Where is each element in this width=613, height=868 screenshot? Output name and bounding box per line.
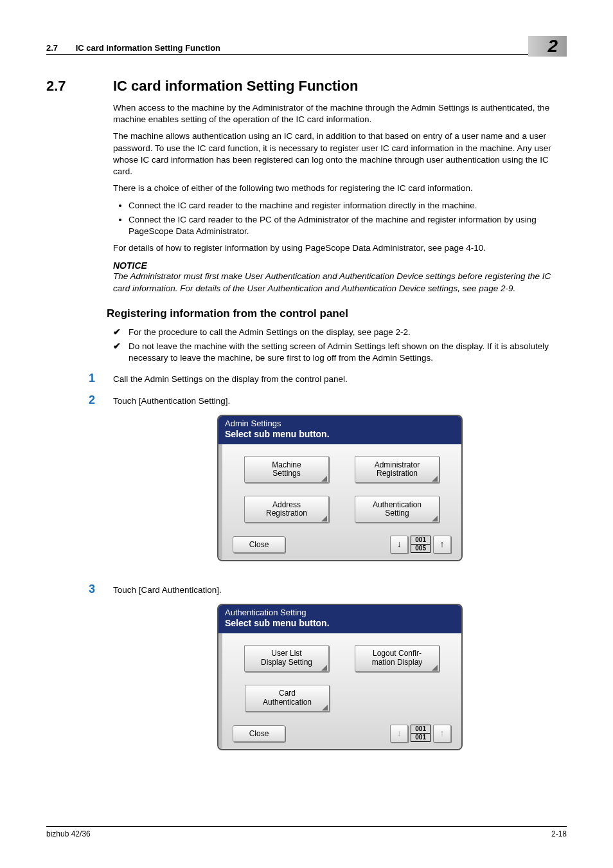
authentication-setting-panel: Authentication Setting Select sub menu b… (217, 604, 463, 750)
page-total: 001 (411, 734, 430, 741)
submenu-corner-icon (432, 476, 438, 482)
pager: ↓ 001 005 ↑ (390, 536, 451, 554)
administrator-registration-button[interactable]: Administrator Registration (355, 456, 440, 483)
admin-settings-panel: Admin Settings Select sub menu button. M… (217, 415, 463, 561)
running-header-left: 2.7 IC card information Setting Function (46, 43, 220, 53)
prereq-1: For the procedure to call the Admin Sett… (129, 327, 411, 338)
prereq-2: Do not leave the machine with the settin… (129, 341, 567, 364)
step-1-text: Call the Admin Settings on the display f… (113, 374, 567, 385)
address-registration-button[interactable]: Address Registration (244, 496, 329, 523)
page-total: 005 (411, 545, 430, 552)
arrow-up-icon: ↑ (440, 727, 445, 739)
page-counter: 001 001 (411, 725, 431, 742)
notice-body: The Administrator must first make User A… (113, 271, 567, 294)
submenu-corner-icon (322, 705, 328, 710)
section-number: 2.7 (46, 78, 100, 95)
step-number: 2 (89, 394, 104, 406)
pager: ↓ 001 001 ↑ (390, 725, 451, 743)
panel-title-bar: Admin Settings Select sub menu button. (218, 416, 461, 444)
footer-page-number: 2-18 (551, 829, 567, 838)
card-authentication-button[interactable]: Card Authentication (245, 685, 330, 712)
arrow-up-icon: ↑ (440, 538, 445, 550)
panel-title-line1: Authentication Setting (225, 608, 455, 618)
running-header: 2.7 IC card information Setting Function… (46, 32, 567, 55)
close-button[interactable]: Close (233, 536, 285, 553)
step-2-text: Touch [Authentication Setting]. (113, 396, 230, 406)
panel-title-line1: Admin Settings (225, 419, 455, 429)
submenu-corner-icon (321, 665, 327, 671)
arrow-down-icon: ↓ (397, 538, 402, 550)
panel-title-line2: Select sub menu button. (225, 618, 455, 629)
subsection-title: Registering information from the control… (107, 307, 567, 320)
page-up-button[interactable]: ↑ (433, 725, 451, 743)
chapter-tab: 2 (528, 36, 567, 57)
step-3-text: Touch [Card Authentication]. (113, 585, 222, 595)
page-counter: 001 005 (411, 536, 431, 553)
method-item-1: Connect the IC card reader to the machin… (129, 200, 567, 212)
intro-para-1: When access to the machine by the Admini… (113, 102, 567, 125)
submenu-corner-icon (432, 665, 438, 671)
step-number: 3 (89, 583, 104, 595)
reference-para: For details of how to register informati… (113, 242, 567, 254)
submenu-corner-icon (321, 516, 327, 521)
section-heading-text: IC card information Setting Function (113, 78, 358, 94)
main-content: 2.7IC card information Setting Function … (113, 78, 567, 763)
intro-para-2: The machine allows authentication using … (113, 131, 567, 177)
authentication-setting-button[interactable]: Authentication Setting (355, 496, 440, 523)
steps-list: 1 Call the Admin Settings on the display… (113, 374, 567, 763)
check-icon: ✔ (113, 327, 129, 338)
prerequisite-list: ✔For the procedure to call the Admin Set… (113, 327, 567, 365)
submenu-corner-icon (432, 516, 438, 521)
method-list: Connect the IC card reader to the machin… (113, 200, 567, 238)
footer-product: bizhub 42/36 (46, 829, 91, 838)
arrow-down-icon: ↓ (397, 727, 402, 739)
user-list-display-setting-button[interactable]: User List Display Setting (244, 645, 329, 672)
intro-para-3: There is a choice of either of the follo… (113, 183, 567, 194)
page-current: 001 (411, 725, 430, 734)
panel-title-bar: Authentication Setting Select sub menu b… (218, 605, 461, 633)
step-number: 1 (89, 372, 104, 384)
header-section-number: 2.7 (46, 43, 58, 53)
page-current: 001 (411, 536, 430, 545)
check-icon: ✔ (113, 341, 129, 364)
page-down-button[interactable]: ↓ (390, 536, 408, 554)
close-button[interactable]: Close (233, 725, 285, 742)
page-up-button[interactable]: ↑ (433, 536, 451, 554)
page-footer: bizhub 42/36 2-18 (46, 826, 567, 838)
logout-confirmation-display-button[interactable]: Logout Confir- mation Display (355, 645, 440, 672)
section-title: 2.7IC card information Setting Function (46, 78, 567, 95)
notice-heading: NOTICE (113, 260, 567, 271)
machine-settings-button[interactable]: Machine Settings (244, 456, 329, 483)
panel-title-line2: Select sub menu button. (225, 429, 455, 440)
page-down-button[interactable]: ↓ (390, 725, 408, 743)
method-item-2: Connect the IC card reader to the PC of … (129, 214, 567, 237)
header-section-title: IC card information Setting Function (76, 43, 220, 53)
submenu-corner-icon (321, 476, 327, 482)
